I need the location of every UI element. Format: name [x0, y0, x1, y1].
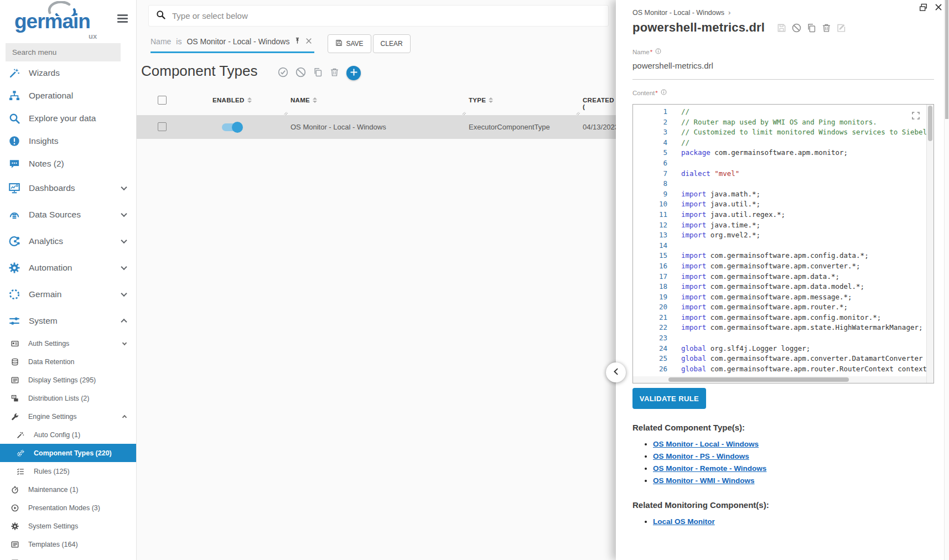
filter-chip[interactable]: Name is OS Monitor - Local - Windows [151, 33, 314, 53]
code-editor[interactable]: 1//2// Router map used by WMI OS and Pin… [632, 104, 934, 383]
edit-icon[interactable] [837, 23, 846, 35]
chevron-down-icon[interactable] [122, 340, 127, 345]
clear-filter-button[interactable]: CLEAR [373, 34, 411, 53]
name-field-value[interactable]: powershell-metrics.drl [632, 61, 934, 80]
info-icon[interactable] [661, 89, 667, 96]
table-row[interactable]: OS Monitor - Local - Windows ExecutorCom… [137, 115, 616, 139]
line-number: 7 [633, 169, 667, 179]
related-component-types-list: OS Monitor - Local - WindowsOS Monitor -… [632, 440, 934, 485]
line-number: 24 [633, 344, 667, 354]
filter-buttons: SAVE CLEAR [328, 34, 412, 53]
sort-icon[interactable] [489, 97, 493, 103]
validate-rule-button[interactable]: VALIDATE RULE [632, 388, 706, 409]
sidebar-item-data-retention[interactable]: Data Retention [0, 352, 136, 371]
editor-vertical-scrollbar[interactable] [926, 105, 934, 383]
list-item: Local OS Monitor [653, 517, 934, 526]
restore-window-icon[interactable] [919, 3, 927, 14]
content-field-label: Content* [632, 89, 934, 96]
code-line: 23 [633, 333, 934, 344]
cell-created: 04/13/2023 [583, 123, 619, 131]
code-line: 12import java.time.*; [633, 220, 934, 231]
list-item: OS Monitor - Remote - Windows [653, 464, 934, 473]
sidebar-item-distribution-lists[interactable]: Distribution Lists (2) [0, 389, 136, 407]
sidebar-item-automation[interactable]: Automation [0, 255, 136, 281]
related-link[interactable]: OS Monitor - Local - Windows [653, 440, 759, 448]
chevron-down-icon[interactable] [121, 237, 127, 243]
chevron-right-icon: › [728, 8, 730, 17]
sidebar-item-germain[interactable]: Germain [0, 281, 136, 308]
sidebar-item-data-sources[interactable]: Data Sources [0, 201, 136, 228]
save-icon[interactable] [777, 23, 786, 35]
global-search-bar[interactable] [148, 5, 609, 27]
disable-all-icon[interactable] [295, 67, 306, 80]
sidebar-item-component-types[interactable]: Component Types (220) [0, 444, 136, 462]
sort-icon[interactable] [313, 97, 317, 103]
alert-circle-icon [9, 136, 24, 147]
sliders-icon [9, 315, 24, 326]
sidebar-item-engine-settings[interactable]: Engine Settings [0, 407, 136, 426]
row-checkbox[interactable] [158, 122, 167, 131]
sidebar-item-operational[interactable]: Operational [0, 84, 136, 107]
sidebar-item-dashboards[interactable]: Dashboards [0, 175, 136, 201]
line-number: 17 [633, 272, 667, 282]
expand-icon[interactable] [911, 111, 920, 123]
copy-icon[interactable] [807, 23, 816, 35]
enabled-toggle[interactable] [222, 123, 242, 131]
editor-horizontal-scrollbar[interactable] [633, 376, 926, 383]
sidebar-item-notes[interactable]: Notes (2) [0, 152, 136, 175]
sidebar-item-display-settings[interactable]: Display Settings (295) [0, 371, 136, 389]
sort-icon[interactable] [247, 97, 252, 103]
breadcrumb[interactable]: OS Monitor - Local - Windows› [632, 0, 934, 17]
trash-icon[interactable] [330, 68, 339, 79]
sidebar-item-presentation-modes[interactable]: Presentation Modes (3) [0, 499, 136, 517]
copy-icon[interactable] [313, 68, 323, 79]
add-component-type-button[interactable] [346, 66, 361, 80]
gear-icon [11, 522, 22, 530]
chevron-down-icon[interactable] [121, 291, 127, 297]
chevron-up-icon[interactable] [122, 414, 127, 419]
trash-icon[interactable] [822, 23, 831, 35]
sidebar-item-analytics[interactable]: Analytics [0, 228, 136, 255]
select-all-checkbox[interactable] [158, 96, 167, 105]
page-scrollbar[interactable] [944, 0, 949, 560]
line-number: 6 [633, 158, 667, 169]
sidebar-item-system-settings[interactable]: System Settings [0, 517, 136, 535]
sidebar-item-rules[interactable]: Rules (125) [0, 462, 136, 480]
sidebar-item-auth-settings[interactable]: Auth Settings [0, 334, 136, 352]
related-link[interactable]: OS Monitor - Remote - Windows [653, 464, 766, 473]
sidebar-item-label: System [29, 316, 58, 326]
chevron-down-icon[interactable] [121, 184, 127, 190]
sidebar-item-wizards[interactable]: Wizards [0, 61, 136, 84]
sidebar-item-type-summaries[interactable]: Type Summaries (14) [0, 553, 136, 560]
code-line: 25global com.germainsoftware.apm.convert… [633, 354, 934, 364]
pin-icon[interactable] [294, 37, 301, 46]
related-component-types-heading: Related Component Type(s): [632, 423, 934, 432]
chevron-down-icon[interactable] [121, 264, 127, 270]
search-input[interactable] [171, 11, 601, 21]
chevron-down-icon[interactable] [121, 211, 127, 217]
close-panel-icon[interactable] [935, 3, 942, 14]
sidebar-item-explore-your-data[interactable]: Explore your data [0, 107, 136, 129]
chevron-up-icon[interactable] [121, 319, 127, 325]
sidebar-item-insights[interactable]: Insights [0, 129, 136, 152]
disable-icon[interactable] [792, 23, 801, 35]
sidebar-item-maintenance[interactable]: Maintenance (1) [0, 480, 136, 499]
enable-all-icon[interactable] [278, 67, 288, 80]
line-number: 5 [633, 148, 667, 158]
search-icon [156, 10, 165, 22]
code-line: 15import com.germainsoftware.apm.config.… [633, 251, 934, 261]
collapse-panel-button[interactable] [606, 362, 626, 382]
info-icon[interactable] [655, 48, 661, 55]
related-link[interactable]: OS Monitor - WMI - Windows [653, 476, 755, 485]
sidebar-item-system[interactable]: System [0, 308, 136, 334]
related-link[interactable]: OS Monitor - PS - Windows [653, 452, 749, 460]
sidebar-item-auto-config[interactable]: Auto Config (1) [0, 426, 136, 444]
menu-toggle-icon[interactable] [117, 14, 128, 25]
code-line: 21import com.germainsoftware.apm.config.… [633, 313, 934, 323]
code-line: 18import com.germainsoftware.apm.data.mo… [633, 282, 934, 292]
sidebar-search-input[interactable] [6, 43, 121, 61]
sidebar-item-templates[interactable]: Templates (164) [0, 535, 136, 553]
remove-filter-icon[interactable] [305, 37, 312, 46]
save-filter-button[interactable]: SAVE [328, 34, 371, 53]
related-link[interactable]: Local OS Monitor [653, 517, 715, 526]
